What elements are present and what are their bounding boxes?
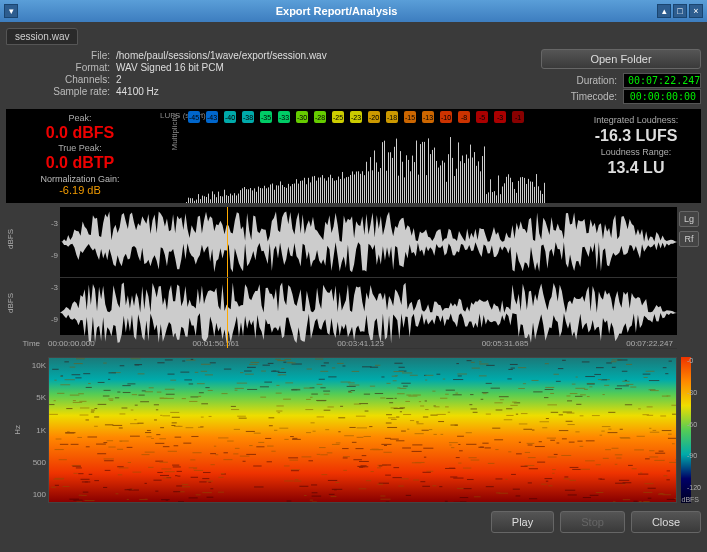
svg-rect-759 (364, 394, 370, 395)
svg-rect-99 (384, 141, 385, 203)
svg-rect-850 (394, 371, 404, 372)
waveform-display[interactable] (60, 207, 677, 335)
svg-rect-168 (522, 177, 523, 203)
svg-rect-858 (168, 451, 177, 452)
svg-rect-306 (449, 468, 455, 469)
svg-rect-174 (534, 187, 535, 203)
svg-rect-117 (420, 144, 421, 203)
svg-rect-371 (565, 490, 575, 491)
svg-rect-573 (412, 444, 422, 445)
lufs-marker: -35 (260, 111, 272, 123)
svg-rect-144 (474, 152, 475, 203)
close-icon[interactable]: × (689, 4, 703, 18)
playhead[interactable] (227, 278, 228, 348)
svg-rect-178 (542, 194, 543, 203)
svg-rect-388 (276, 411, 282, 412)
svg-rect-270 (249, 364, 257, 365)
svg-rect-339 (221, 473, 225, 474)
svg-rect-292 (311, 394, 318, 395)
svg-rect-669 (288, 457, 298, 458)
close-button[interactable]: Close (631, 511, 701, 533)
minimize-icon[interactable]: ▴ (657, 4, 671, 18)
svg-rect-226 (438, 421, 444, 422)
svg-rect-750 (445, 501, 448, 502)
svg-rect-594 (422, 430, 429, 431)
svg-rect-617 (425, 409, 428, 410)
svg-rect-279 (197, 383, 205, 384)
svg-rect-801 (203, 472, 211, 473)
svg-rect-784 (432, 391, 435, 392)
open-folder-button[interactable]: Open Folder (541, 49, 701, 69)
svg-rect-380 (500, 399, 504, 400)
svg-rect-574 (423, 448, 433, 449)
svg-rect-537 (364, 436, 371, 437)
maximize-icon[interactable]: □ (673, 4, 687, 18)
svg-rect-766 (165, 359, 173, 360)
svg-rect-823 (554, 454, 558, 455)
scale-tick: -0 (687, 357, 701, 364)
svg-rect-608 (580, 446, 584, 447)
svg-rect-523 (508, 369, 512, 370)
svg-rect-773 (63, 486, 70, 487)
file-label: File: (6, 50, 116, 61)
svg-rect-31 (248, 189, 249, 203)
svg-rect-400 (258, 442, 264, 443)
svg-rect-610 (104, 460, 113, 461)
svg-rect-440 (201, 371, 207, 372)
svg-rect-933 (486, 414, 491, 415)
svg-rect-672 (208, 390, 213, 391)
svg-rect-828 (564, 476, 568, 477)
svg-rect-568 (186, 427, 194, 428)
svg-rect-46 (278, 186, 279, 203)
svg-rect-36 (258, 187, 259, 203)
svg-rect-785 (202, 492, 212, 493)
svg-rect-134 (454, 176, 455, 203)
svg-rect-458 (135, 405, 138, 406)
svg-rect-679 (214, 446, 216, 447)
svg-rect-411 (153, 480, 161, 481)
lg-button[interactable]: Lg (679, 211, 699, 227)
spectrogram-display[interactable] (48, 357, 677, 503)
play-button[interactable]: Play (491, 511, 554, 533)
svg-rect-15 (216, 197, 217, 203)
svg-rect-748 (662, 396, 668, 397)
svg-rect-470 (174, 426, 183, 427)
svg-rect-936 (456, 363, 459, 364)
svg-rect-81 (348, 177, 349, 203)
svg-rect-394 (116, 493, 119, 494)
svg-rect-481 (572, 384, 576, 385)
svg-rect-816 (119, 441, 129, 442)
svg-rect-864 (159, 462, 167, 463)
svg-rect-72 (330, 175, 331, 203)
lufs-marker: -15 (404, 111, 416, 123)
svg-rect-910 (172, 465, 179, 466)
svg-rect-304 (49, 414, 58, 415)
svg-rect-511 (56, 438, 62, 439)
tab-session[interactable]: session.wav (6, 28, 78, 45)
svg-rect-932 (78, 393, 84, 394)
svg-rect-956 (521, 466, 528, 467)
svg-rect-939 (666, 479, 669, 480)
svg-rect-486 (329, 494, 335, 495)
svg-rect-125 (436, 161, 437, 203)
svg-rect-906 (365, 411, 369, 412)
svg-rect-673 (85, 481, 88, 482)
svg-rect-30 (246, 189, 247, 203)
svg-rect-219 (552, 473, 554, 474)
rf-button[interactable]: Rf (679, 231, 699, 247)
svg-rect-524 (390, 439, 399, 440)
stop-button[interactable]: Stop (560, 511, 625, 533)
svg-rect-490 (499, 493, 509, 494)
playhead[interactable] (227, 207, 228, 277)
svg-rect-321 (576, 404, 581, 405)
freq-tick: 500 (30, 458, 46, 467)
svg-rect-100 (386, 171, 387, 203)
svg-rect-472 (415, 433, 424, 434)
svg-rect-631 (567, 424, 574, 425)
svg-rect-719 (519, 423, 527, 424)
svg-rect-49 (284, 187, 285, 203)
svg-rect-93 (372, 170, 373, 203)
svg-rect-269 (127, 447, 133, 448)
svg-rect-444 (352, 371, 359, 372)
window-menu-icon[interactable]: ▾ (4, 4, 18, 18)
